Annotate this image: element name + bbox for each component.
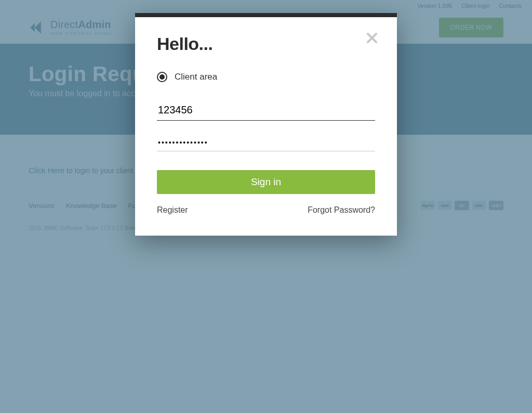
area-radio[interactable]: Client area — [157, 72, 375, 82]
login-modal: Hello... Client area Sign in Register Fo… — [135, 13, 397, 236]
password-input[interactable] — [157, 134, 375, 151]
register-link[interactable]: Register — [157, 205, 188, 215]
close-icon[interactable] — [366, 32, 381, 47]
username-input[interactable] — [157, 100, 375, 121]
forgot-password-link[interactable]: Forgot Password? — [308, 205, 375, 215]
modal-title: Hello... — [157, 34, 375, 54]
modal-accent-bar — [135, 13, 397, 17]
area-radio-label: Client area — [175, 72, 217, 82]
signin-button[interactable]: Sign in — [157, 170, 375, 194]
radio-checked-icon — [157, 72, 167, 82]
